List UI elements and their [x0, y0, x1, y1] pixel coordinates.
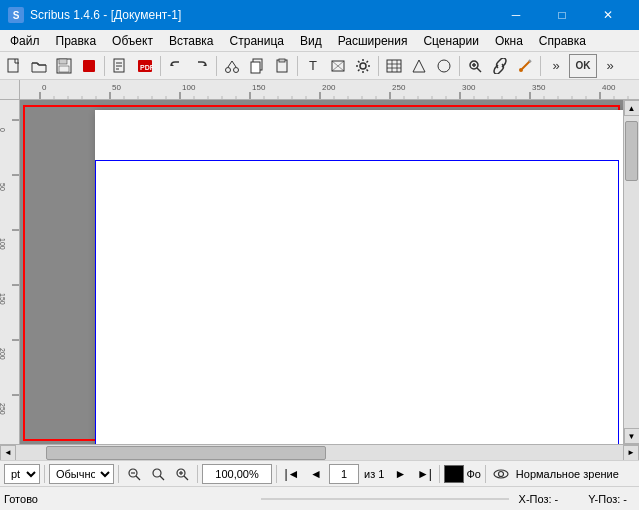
open-button[interactable] — [27, 54, 51, 78]
toolbar-separator-7 — [540, 56, 541, 76]
first-page-button[interactable]: |◄ — [281, 464, 303, 484]
window-controls: ─ □ ✕ — [493, 0, 631, 30]
extra-button-2[interactable]: » — [598, 54, 622, 78]
table-button[interactable] — [382, 54, 406, 78]
svg-point-24 — [360, 63, 366, 69]
eyedropper-button[interactable] — [513, 54, 537, 78]
toolbar-separator-3 — [216, 56, 217, 76]
toolbar-separator-1 — [104, 56, 105, 76]
ruler-h-svg: 050100150200250300350400 — [20, 80, 639, 100]
page-number-input[interactable] — [329, 464, 359, 484]
app-icon: S — [8, 7, 24, 23]
maximize-button[interactable]: □ — [539, 0, 585, 30]
svg-rect-94 — [0, 100, 20, 444]
menu-windows[interactable]: Окна — [487, 30, 531, 51]
minimize-button[interactable]: ─ — [493, 0, 539, 30]
h-scroll-thumb[interactable] — [46, 446, 326, 460]
view-mode-icon[interactable] — [490, 464, 512, 484]
svg-point-14 — [234, 67, 239, 72]
vertical-scrollbar[interactable]: ▲ ▼ — [623, 100, 639, 444]
svg-text:0: 0 — [0, 128, 6, 132]
svg-text:50: 50 — [0, 183, 6, 191]
preflight-button[interactable] — [108, 54, 132, 78]
prev-page-button[interactable]: ◄ — [305, 464, 327, 484]
unit-select[interactable]: pt — [4, 464, 40, 484]
toolbar-separator-6 — [459, 56, 460, 76]
work-area: 050100150200250300350400 050100150200250… — [0, 80, 639, 460]
horizontal-scrollbar[interactable]: ◄ ► — [0, 444, 639, 460]
color-swatch[interactable] — [444, 465, 464, 483]
bt-sep-2 — [118, 465, 119, 483]
extra-button[interactable]: OK — [569, 54, 597, 78]
main-toolbar: PDF T » OK » — [0, 52, 639, 80]
svg-point-31 — [438, 60, 450, 72]
overflow-button[interactable]: » — [544, 54, 568, 78]
menu-edit[interactable]: Правка — [48, 30, 105, 51]
export-pdf-button[interactable]: PDF — [133, 54, 157, 78]
next-page-button[interactable]: ► — [389, 464, 411, 484]
svg-line-33 — [477, 68, 481, 72]
menu-view[interactable]: Вид — [292, 30, 330, 51]
zoom-in-button[interactable] — [171, 464, 193, 484]
menu-extensions[interactable]: Расширения — [330, 30, 416, 51]
menu-page[interactable]: Страница — [222, 30, 292, 51]
svg-point-112 — [153, 469, 161, 477]
status-bar: Готово Х-Поз: - Y-Поз: - — [0, 486, 639, 510]
svg-line-16 — [232, 61, 236, 67]
zoom-out-button[interactable] — [123, 464, 145, 484]
last-page-button[interactable]: ►| — [413, 464, 435, 484]
canvas-area[interactable] — [20, 100, 623, 444]
zoom-original-button[interactable] — [147, 464, 169, 484]
stop-button[interactable] — [77, 54, 101, 78]
status-coordinates: Х-Поз: - Y-Поз: - — [519, 493, 635, 505]
svg-text:350: 350 — [532, 83, 546, 92]
ruler-row: 050100150200250300350400 — [0, 80, 639, 100]
close-button[interactable]: ✕ — [585, 0, 631, 30]
menu-scenarios[interactable]: Сценарии — [415, 30, 486, 51]
image-frame-tool[interactable] — [326, 54, 350, 78]
circle-button[interactable] — [432, 54, 456, 78]
undo-button[interactable] — [164, 54, 188, 78]
page-of-label: из 1 — [361, 468, 387, 480]
color-label: Фо — [466, 468, 480, 480]
copy-button[interactable] — [245, 54, 269, 78]
window-title: Scribus 1.4.6 - [Документ-1] — [30, 8, 493, 22]
cut-button[interactable] — [220, 54, 244, 78]
horizontal-ruler: 050100150200250300350400 — [20, 80, 639, 100]
new-button[interactable] — [2, 54, 26, 78]
paste-button[interactable] — [270, 54, 294, 78]
svg-text:100: 100 — [182, 83, 196, 92]
svg-text:100: 100 — [0, 238, 6, 250]
svg-text:200: 200 — [322, 83, 336, 92]
menu-insert[interactable]: Вставка — [161, 30, 222, 51]
color-section: Фо — [444, 465, 480, 483]
svg-text:250: 250 — [392, 83, 406, 92]
svg-point-119 — [498, 471, 503, 476]
link-button[interactable] — [488, 54, 512, 78]
toolbar-separator-4 — [297, 56, 298, 76]
zoom-button[interactable] — [463, 54, 487, 78]
scroll-left-button[interactable]: ◄ — [0, 445, 16, 461]
y-position-label: Y-Поз: - — [588, 493, 627, 505]
save-button[interactable] — [52, 54, 76, 78]
zoom-input[interactable] — [202, 464, 272, 484]
ruler-v-svg: 050100150200250300 — [0, 100, 20, 444]
svg-text:50: 50 — [112, 83, 121, 92]
svg-line-38 — [529, 60, 531, 62]
v-scroll-thumb[interactable] — [625, 121, 638, 181]
scroll-down-button[interactable]: ▼ — [624, 428, 640, 444]
page-white — [95, 110, 623, 444]
menu-object[interactable]: Объект — [104, 30, 161, 51]
gear-settings[interactable] — [351, 54, 375, 78]
scroll-up-button[interactable]: ▲ — [624, 100, 640, 116]
v-scroll-track — [624, 116, 640, 428]
redo-button[interactable] — [189, 54, 213, 78]
menu-bar: Файл Правка Объект Вставка Страница Вид … — [0, 30, 639, 52]
menu-file[interactable]: Файл — [2, 30, 48, 51]
svg-text:250: 250 — [0, 403, 6, 415]
scroll-right-button[interactable]: ► — [623, 445, 639, 461]
menu-help[interactable]: Справка — [531, 30, 594, 51]
text-tool[interactable]: T — [301, 54, 325, 78]
style-select[interactable]: Обычное — [49, 464, 114, 484]
shape-button[interactable] — [407, 54, 431, 78]
